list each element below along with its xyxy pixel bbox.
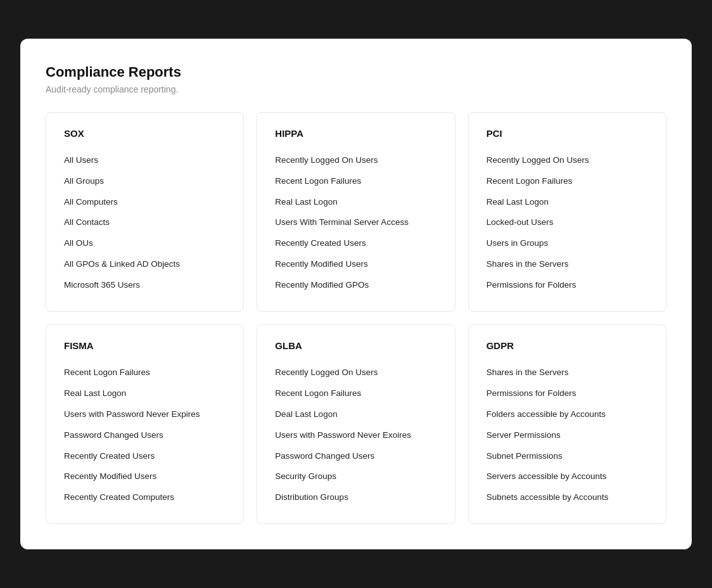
card-hippa: HIPPARecently Logged On UsersRecent Logo… xyxy=(257,112,455,312)
list-item[interactable]: Distribution Groups xyxy=(275,487,436,508)
card-title-sox: SOX xyxy=(64,128,226,139)
list-item[interactable]: Real Last Logon xyxy=(486,192,648,213)
list-item[interactable]: Real Last Logon xyxy=(275,192,436,213)
list-item[interactable]: Microsoft 365 Users xyxy=(64,275,226,296)
list-item[interactable]: Recently Modified Users xyxy=(64,466,226,487)
list-item[interactable]: All OUs xyxy=(64,233,226,254)
card-title-glba: GLBA xyxy=(275,340,436,351)
page-title: Compliance Reports xyxy=(46,64,666,80)
list-item[interactable]: Subnets accessible by Accounts xyxy=(486,487,648,508)
list-item[interactable]: Users with Password Never Exoires xyxy=(275,425,436,446)
list-item[interactable]: Recently Modified Users xyxy=(275,254,436,275)
list-item[interactable]: Password Changed Users xyxy=(275,446,436,467)
list-item[interactable]: All Groups xyxy=(64,171,226,192)
list-item[interactable]: All Users xyxy=(64,150,226,171)
list-item[interactable]: Recently Logged On Users xyxy=(486,150,648,171)
card-title-hippa: HIPPA xyxy=(275,128,436,139)
list-item[interactable]: Users with Password Never Expires xyxy=(64,404,226,425)
card-title-pci: PCI xyxy=(486,128,648,139)
page-subtitle: Audit-ready compliance reporting. xyxy=(46,84,666,94)
card-sox: SOXAll UsersAll GroupsAll ComputersAll C… xyxy=(46,112,244,312)
list-item[interactable]: Users in Groups xyxy=(486,233,648,254)
list-item[interactable]: Subnet Permissions xyxy=(486,446,648,467)
list-item[interactable]: Recently Created Computers xyxy=(64,487,226,508)
list-item[interactable]: Users With Terminal Server Access xyxy=(275,212,436,233)
list-item[interactable]: Recently Logged On Users xyxy=(275,150,436,171)
list-item[interactable]: Shares in the Servers xyxy=(486,254,648,275)
card-pci: PCIRecently Logged On UsersRecent Logon … xyxy=(468,112,666,312)
card-gdpr: GDPRShares in the ServersPermissions for… xyxy=(468,324,666,524)
list-item[interactable]: Recent Logon Failures xyxy=(275,171,436,192)
list-item[interactable]: Recently Created Users xyxy=(275,233,436,254)
list-item[interactable]: Recently Created Users xyxy=(64,446,226,467)
list-item[interactable]: Deal Last Logon xyxy=(275,404,436,425)
list-item[interactable]: Shares in the Servers xyxy=(486,362,648,383)
list-item[interactable]: Recent Logon Failures xyxy=(64,362,226,383)
list-item[interactable]: Folders accessible by Accounts xyxy=(486,404,648,425)
list-item[interactable]: Recent Logon Failures xyxy=(275,383,436,404)
card-title-gdpr: GDPR xyxy=(486,340,648,351)
list-item[interactable]: All GPOs & Linked AD Objects xyxy=(64,254,226,275)
list-item[interactable]: Recent Logon Failures xyxy=(486,171,648,192)
list-item[interactable]: Password Changed Users xyxy=(64,425,226,446)
page-container: Compliance Reports Audit-ready complianc… xyxy=(20,39,692,549)
list-item[interactable]: Permissions for Folders xyxy=(486,383,648,404)
card-title-fisma: FISMA xyxy=(64,340,226,351)
list-item[interactable]: All Contacts xyxy=(64,212,226,233)
card-fisma: FISMARecent Logon FailuresReal Last Logo… xyxy=(46,324,244,524)
list-item[interactable]: Locked-out Users xyxy=(486,212,648,233)
list-item[interactable]: Security Groups xyxy=(275,466,436,487)
card-glba: GLBARecently Logged On UsersRecent Logon… xyxy=(257,324,455,524)
list-item[interactable]: All Computers xyxy=(64,192,226,213)
list-item[interactable]: Server Permissions xyxy=(486,425,648,446)
list-item[interactable]: Permissions for Folders xyxy=(486,275,648,296)
list-item[interactable]: Recently Modified GPOs xyxy=(275,275,436,296)
list-item[interactable]: Recently Logged On Users xyxy=(275,362,436,383)
list-item[interactable]: Servers accessible by Accounts xyxy=(486,466,648,487)
list-item[interactable]: Real Last Logon xyxy=(64,383,226,404)
cards-grid: SOXAll UsersAll GroupsAll ComputersAll C… xyxy=(46,112,666,524)
